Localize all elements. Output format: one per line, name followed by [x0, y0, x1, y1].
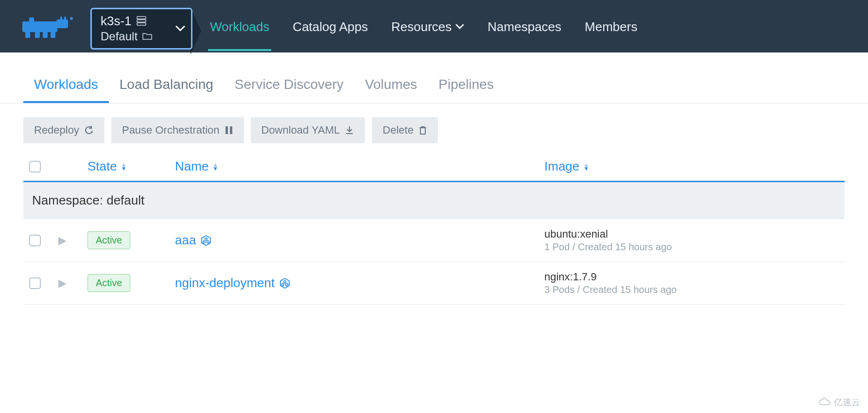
svg-point-9	[70, 17, 73, 20]
cow-logo-icon	[22, 14, 76, 39]
sort-icon: ▲▼	[121, 163, 127, 171]
download-yaml-button[interactable]: Download YAML	[251, 117, 365, 143]
workload-link[interactable]: aaa	[175, 233, 544, 248]
nav-label: Resources	[391, 19, 451, 34]
button-label: Pause Orchestration	[122, 124, 220, 137]
svg-rect-3	[43, 31, 48, 38]
table-row: ▶ Active nginx-deployment nginx:1.7.9 3 …	[23, 262, 845, 305]
column-image[interactable]: Image ▲▼	[544, 159, 839, 174]
cluster-name: k3s-1	[101, 14, 132, 29]
download-icon	[345, 125, 354, 135]
svg-rect-5	[56, 19, 68, 28]
server-icon	[137, 16, 146, 26]
bulk-action-toolbar: Redeploy Pause Orchestration Download YA…	[0, 103, 868, 154]
svg-rect-7	[60, 17, 62, 21]
column-name[interactable]: Name ▲▼	[175, 159, 544, 174]
nav-label: Members	[585, 19, 637, 34]
svg-rect-6	[64, 17, 66, 21]
svg-rect-1	[25, 31, 30, 38]
subtabs: Workloads Load Balancing Service Discove…	[0, 52, 868, 103]
svg-point-22	[286, 283, 288, 286]
column-label: Image	[544, 159, 579, 174]
row-checkbox[interactable]	[29, 277, 41, 289]
namespace-group-header: Namespace: default	[23, 182, 845, 219]
nav-members[interactable]: Members	[583, 2, 639, 51]
chevron-down-icon	[175, 24, 185, 34]
column-state[interactable]: State ▲▼	[87, 159, 175, 174]
svg-rect-10	[137, 17, 146, 19]
expand-toggle[interactable]: ▶	[58, 234, 87, 247]
button-label: Download YAML	[261, 124, 340, 137]
nav-namespaces[interactable]: Namespaces	[486, 2, 563, 51]
workload-name: aaa	[175, 233, 196, 248]
nav-resources[interactable]: Resources	[389, 2, 466, 51]
deployment-icon	[279, 278, 290, 289]
svg-point-17	[203, 241, 206, 243]
row-checkbox[interactable]	[29, 235, 41, 246]
svg-point-18	[207, 241, 209, 243]
project-name: Default	[101, 30, 138, 43]
tab-workloads[interactable]: Workloads	[23, 73, 109, 103]
redo-icon	[84, 125, 94, 135]
button-label: Delete	[382, 124, 414, 137]
svg-rect-14	[230, 126, 232, 134]
nav-label: Workloads	[210, 19, 269, 34]
image-cell: nginx:1.7.9 3 Pods / Created 15 hours ag…	[544, 271, 839, 295]
nav-workloads[interactable]: Workloads	[208, 2, 271, 51]
redeploy-button[interactable]: Redeploy	[23, 117, 104, 143]
status-badge: Active	[87, 231, 130, 249]
nav-label: Catalog Apps	[293, 19, 368, 34]
column-label: State	[87, 159, 117, 174]
svg-rect-0	[22, 21, 57, 32]
expand-toggle[interactable]: ▶	[58, 277, 87, 290]
svg-rect-13	[226, 126, 228, 134]
nav-label: Namespaces	[487, 19, 561, 34]
tab-volumes[interactable]: Volumes	[354, 73, 428, 103]
svg-rect-4	[51, 31, 55, 38]
workload-name: nginx-deployment	[175, 275, 275, 291]
trash-icon	[418, 125, 427, 135]
sort-icon: ▲▼	[583, 163, 589, 171]
pause-icon	[225, 125, 233, 135]
image-meta: 3 Pods / Created 15 hours ago	[544, 284, 839, 295]
table-header: State ▲▼ Name ▲▼ Image ▲▼	[23, 154, 845, 182]
workload-link[interactable]: nginx-deployment	[175, 275, 544, 291]
select-all-checkbox[interactable]	[29, 161, 41, 172]
delete-button[interactable]: Delete	[372, 117, 438, 143]
svg-point-16	[205, 238, 208, 240]
svg-rect-8	[29, 17, 34, 22]
status-badge: Active	[87, 274, 130, 292]
sort-icon: ▲▼	[212, 163, 218, 171]
pause-orchestration-button[interactable]: Pause Orchestration	[111, 117, 244, 143]
workloads-table: State ▲▼ Name ▲▼ Image ▲▼ Namespace: def…	[0, 154, 868, 305]
tab-pipelines[interactable]: Pipelines	[428, 73, 504, 103]
svg-rect-2	[35, 31, 40, 38]
button-label: Redeploy	[34, 124, 79, 137]
top-nav: k3s-1 Default Workloads Catalog Apps Res…	[0, 0, 868, 52]
column-label: Name	[175, 159, 208, 174]
image-name: ubuntu:xenial	[544, 228, 839, 241]
table-row: ▶ Active aaa ubuntu:xenial 1 Pod / Creat…	[23, 219, 845, 262]
rancher-logo[interactable]	[22, 0, 90, 52]
folder-icon	[142, 32, 152, 40]
svg-rect-12	[137, 23, 146, 25]
image-meta: 1 Pod / Created 15 hours ago	[544, 241, 839, 253]
svg-rect-11	[137, 20, 146, 22]
svg-point-20	[284, 280, 286, 283]
cluster-project-picker[interactable]: k3s-1 Default	[90, 8, 192, 50]
svg-point-21	[282, 283, 284, 286]
chevron-down-icon	[455, 24, 464, 30]
deployment-icon	[201, 235, 211, 246]
nav-catalog-apps[interactable]: Catalog Apps	[291, 2, 370, 51]
image-cell: ubuntu:xenial 1 Pod / Created 15 hours a…	[544, 228, 839, 253]
tab-load-balancing[interactable]: Load Balancing	[109, 73, 224, 103]
tab-service-discovery[interactable]: Service Discovery	[224, 73, 354, 103]
primary-nav: Workloads Catalog Apps Resources Namespa…	[201, 0, 639, 52]
image-name: nginx:1.7.9	[544, 271, 839, 283]
